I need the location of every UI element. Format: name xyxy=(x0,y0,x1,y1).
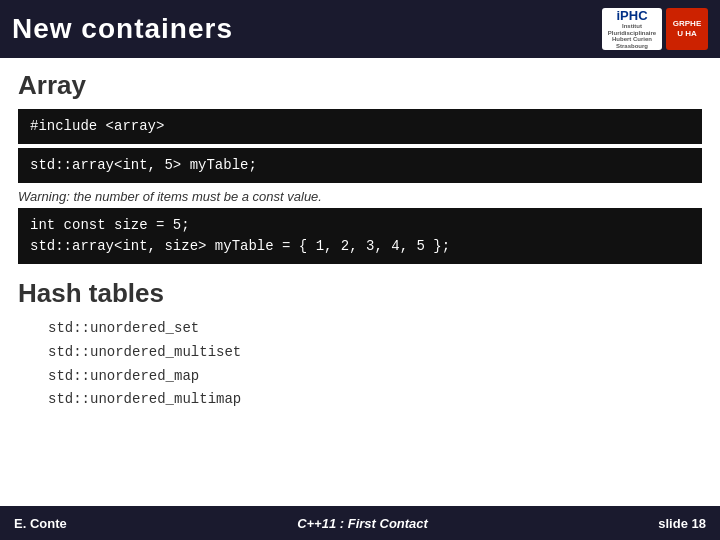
footer-title: C++11 : First Contact xyxy=(297,516,428,531)
logo-area: iPHC Institut PluridisciplinaireHubert C… xyxy=(602,8,708,50)
hash-section: Hash tables std::unordered_set std::unor… xyxy=(18,278,702,412)
code-block-2: std::array<int, 5> myTable; xyxy=(18,148,702,183)
list-item: std::unordered_map xyxy=(48,365,702,389)
code-line-array-decl: std::array<int, 5> myTable; xyxy=(30,155,690,176)
footer-slide: slide 18 xyxy=(658,516,706,531)
slide-title: New containers xyxy=(12,13,233,45)
main-content: Array #include <array> std::array<int, 5… xyxy=(0,58,720,412)
code-line-const: int const size = 5; xyxy=(30,215,690,236)
code-block-1: #include <array> xyxy=(18,109,702,144)
iphc-text: iPHC xyxy=(616,9,647,23)
footer-bar: E. Conte C++11 : First Contact slide 18 xyxy=(0,506,720,540)
code-line-include: #include <array> xyxy=(30,116,690,137)
list-item: std::unordered_set xyxy=(48,317,702,341)
grphe-logo: GRPHEU HA xyxy=(666,8,708,50)
array-title: Array xyxy=(18,70,702,101)
hash-title: Hash tables xyxy=(18,278,702,309)
code-block-3: int const size = 5; std::array<int, size… xyxy=(18,208,702,264)
header-bar: New containers iPHC Institut Pluridiscip… xyxy=(0,0,720,58)
code-line-array-init: std::array<int, size> myTable = { 1, 2, … xyxy=(30,236,690,257)
list-item: std::unordered_multiset xyxy=(48,341,702,365)
list-item: std::unordered_multimap xyxy=(48,388,702,412)
array-section: Array #include <array> std::array<int, 5… xyxy=(18,70,702,264)
footer-author: E. Conte xyxy=(14,516,67,531)
grphe-text: GRPHEU HA xyxy=(673,19,701,38)
iphc-logo: iPHC Institut PluridisciplinaireHubert C… xyxy=(602,8,662,50)
warning-text: Warning: the number of items must be a c… xyxy=(18,189,702,204)
iphc-subtext: Institut PluridisciplinaireHubert Curien… xyxy=(604,23,660,49)
hash-list: std::unordered_set std::unordered_multis… xyxy=(18,317,702,412)
